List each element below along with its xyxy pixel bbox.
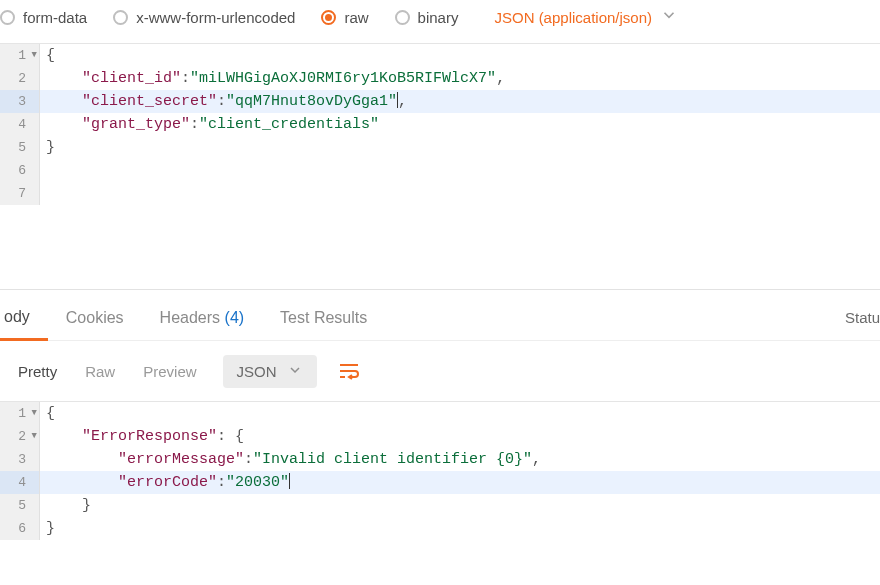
response-status: Statu (845, 309, 880, 326)
code-content (40, 159, 880, 182)
gutter: 5 (0, 136, 40, 159)
code-line[interactable]: 6 (0, 159, 880, 182)
gutter: 2▼ (0, 425, 40, 448)
radio-urlencoded[interactable]: x-www-form-urlencoded (113, 9, 295, 26)
radio-label: form-data (23, 9, 87, 26)
code-content: } (40, 517, 880, 540)
view-pretty[interactable]: Pretty (4, 355, 71, 388)
gutter: 4 (0, 471, 40, 494)
code-line[interactable]: 5} (0, 136, 880, 159)
gutter: 4 (0, 113, 40, 136)
body-type-selector: form-data x-www-form-urlencoded raw bina… (0, 0, 880, 43)
code-line[interactable]: 4 "errorCode":"20030" (0, 471, 880, 494)
radio-label: x-www-form-urlencoded (136, 9, 295, 26)
tab-headers[interactable]: Headers (4) (142, 295, 263, 339)
wrap-icon (337, 359, 361, 383)
code-line[interactable]: 2 "client_id":"miLWHGigAoXJ0RMI6ry1KoB5R… (0, 67, 880, 90)
code-content: "client_secret":"qqM7Hnut8ovDyGga1", (40, 90, 880, 113)
tab-body[interactable]: ody (0, 294, 48, 341)
radio-icon (113, 10, 128, 25)
response-body-editor[interactable]: 1▼{2▼ "ErrorResponse": {3 "errorMessage"… (0, 401, 880, 540)
code-line[interactable]: 3 "errorMessage":"Invalid client identif… (0, 448, 880, 471)
radio-form-data[interactable]: form-data (0, 9, 87, 26)
code-content: "client_id":"miLWHGigAoXJ0RMI6ry1KoB5RIF… (40, 67, 880, 90)
response-tabs: ody Cookies Headers (4) Test Results Sta… (0, 289, 880, 341)
response-view-toolbar: Pretty Raw Preview JSON (0, 341, 880, 401)
gutter: 1▼ (0, 44, 40, 67)
tab-test-results[interactable]: Test Results (262, 295, 385, 339)
content-type-label: JSON (application/json) (494, 9, 652, 26)
radio-binary[interactable]: binary (395, 9, 459, 26)
gutter: 6 (0, 159, 40, 182)
code-line[interactable]: 5 } (0, 494, 880, 517)
gutter: 7 (0, 182, 40, 205)
gutter: 3 (0, 448, 40, 471)
code-line[interactable]: 2▼ "ErrorResponse": { (0, 425, 880, 448)
wrap-lines-button[interactable] (329, 353, 369, 389)
chevron-down-icon (660, 6, 678, 29)
code-content: { (40, 402, 880, 425)
gutter: 1▼ (0, 402, 40, 425)
code-content: } (40, 494, 880, 517)
request-body-editor[interactable]: 1▼{2 "client_id":"miLWHGigAoXJ0RMI6ry1Ko… (0, 43, 880, 289)
tab-label: ody (4, 308, 30, 325)
code-content: "grant_type":"client_credentials" (40, 113, 880, 136)
view-raw[interactable]: Raw (71, 355, 129, 388)
code-content: { (40, 44, 880, 67)
gutter: 3 (0, 90, 40, 113)
radio-icon (321, 10, 336, 25)
code-content: } (40, 136, 880, 159)
view-mode-segment: Pretty Raw Preview (4, 355, 211, 388)
code-line[interactable]: 1▼{ (0, 402, 880, 425)
radio-label: binary (418, 9, 459, 26)
code-line[interactable]: 1▼{ (0, 44, 880, 67)
code-content (40, 182, 880, 205)
radio-icon (0, 10, 15, 25)
view-preview[interactable]: Preview (129, 355, 210, 388)
code-line[interactable]: 6} (0, 517, 880, 540)
chevron-down-icon (287, 362, 303, 381)
code-content: "errorMessage":"Invalid client identifie… (40, 448, 880, 471)
radio-raw[interactable]: raw (321, 9, 368, 26)
tab-label: Headers (160, 309, 220, 326)
format-label: JSON (237, 363, 277, 380)
radio-icon (395, 10, 410, 25)
tab-label: Cookies (66, 309, 124, 326)
tab-cookies[interactable]: Cookies (48, 295, 142, 339)
code-line[interactable]: 3 "client_secret":"qqM7Hnut8ovDyGga1", (0, 90, 880, 113)
gutter: 5 (0, 494, 40, 517)
code-line[interactable]: 4 "grant_type":"client_credentials" (0, 113, 880, 136)
tab-label: Test Results (280, 309, 367, 326)
headers-count: (4) (225, 309, 245, 326)
content-type-dropdown[interactable]: JSON (application/json) (494, 6, 678, 29)
format-dropdown[interactable]: JSON (223, 355, 317, 388)
radio-label: raw (344, 9, 368, 26)
code-line[interactable]: 7 (0, 182, 880, 205)
code-content: "ErrorResponse": { (40, 425, 880, 448)
gutter: 2 (0, 67, 40, 90)
code-content: "errorCode":"20030" (40, 471, 880, 494)
gutter: 6 (0, 517, 40, 540)
